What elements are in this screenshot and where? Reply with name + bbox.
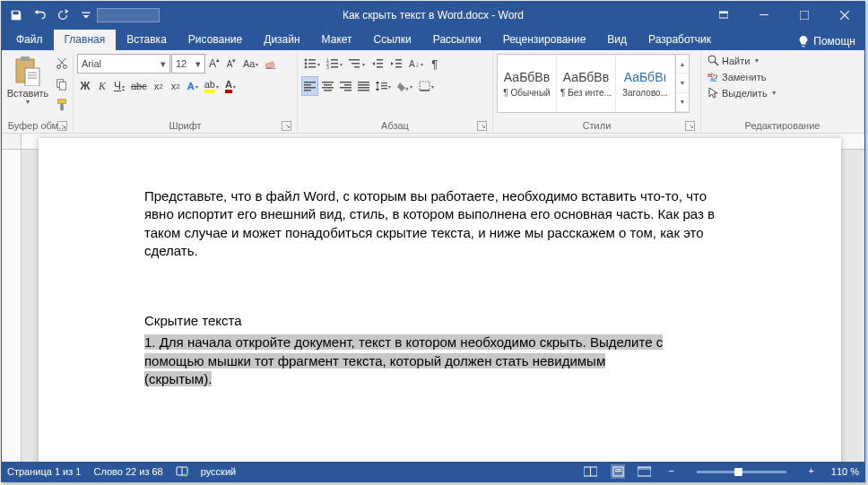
bullets-button[interactable] [301, 54, 323, 74]
brush-icon [56, 99, 68, 111]
underline-button[interactable]: Ч [111, 76, 127, 96]
font-launcher[interactable] [282, 121, 291, 131]
style-no-spacing[interactable]: АаБбВв¶ Без инте... [557, 55, 616, 112]
shading-button[interactable] [395, 76, 415, 96]
tab-home[interactable]: Главная [54, 30, 117, 50]
zoom-slider[interactable] [697, 471, 786, 473]
svg-rect-25 [331, 66, 338, 68]
tab-review[interactable]: Рецензирование [492, 30, 597, 50]
decrease-indent-button[interactable] [369, 54, 386, 74]
sort-button[interactable]: A↓ [406, 54, 426, 74]
tab-view[interactable]: Вид [596, 30, 638, 50]
clear-format-button[interactable] [262, 54, 280, 74]
paste-button[interactable]: Вставить ▼ [5, 54, 50, 107]
line-spacing-button[interactable] [373, 76, 394, 96]
change-case-button[interactable]: Aa [240, 54, 261, 74]
para-launcher[interactable] [477, 121, 487, 131]
view-read-mode[interactable] [584, 464, 598, 479]
save-icon[interactable] [5, 4, 27, 26]
copy-button[interactable] [52, 74, 72, 94]
svg-rect-44 [344, 84, 352, 86]
svg-rect-46 [344, 90, 352, 91]
gallery-expand[interactable]: ▼ [676, 93, 689, 112]
show-marks-button[interactable]: ¶ [427, 54, 443, 74]
view-print-layout[interactable] [611, 464, 625, 479]
svg-rect-66 [638, 467, 651, 470]
tab-file[interactable]: Файл [5, 30, 54, 50]
status-page[interactable]: Страница 1 из 1 [7, 466, 81, 477]
svg-point-54 [406, 88, 409, 91]
zoom-level[interactable]: 110 % [831, 466, 859, 477]
font-color-button[interactable]: A [222, 76, 239, 96]
word-window: Как скрыть текст в Word.docx - Word Файл… [1, 1, 865, 482]
tab-insert[interactable]: Вставка [116, 30, 178, 50]
gallery-down[interactable]: ▼ [676, 74, 689, 92]
tab-mailings[interactable]: Рассылки [422, 30, 492, 50]
body-paragraph[interactable]: Представьте, что в файл Word, с которым … [144, 187, 735, 260]
close-button[interactable] [824, 2, 864, 28]
superscript-button[interactable]: x2 [168, 76, 184, 96]
replace-button[interactable]: abacЗаменить [705, 69, 768, 84]
styles-gallery: АаБбВв¶ Обычный АаБбВв¶ Без инте... АаБб… [497, 54, 690, 113]
find-button[interactable]: Найти▼ [705, 53, 762, 68]
style-heading1[interactable]: АаБбВıЗаголово... [616, 55, 675, 112]
numbering-button[interactable]: 123 [324, 54, 345, 74]
gallery-up[interactable]: ▲ [676, 55, 689, 74]
cut-button[interactable] [52, 54, 72, 74]
document-page[interactable]: Представьте, что в файл Word, с которым … [39, 138, 841, 462]
tab-layout[interactable]: Макет [311, 30, 363, 50]
text-effects-button[interactable]: A [185, 76, 201, 96]
styles-launcher[interactable] [685, 121, 695, 131]
svg-rect-21 [331, 59, 338, 61]
style-normal[interactable]: АаБбВв¶ Обычный [498, 55, 557, 112]
numbered-paragraph[interactable]: 1. Для начала откройте документ, текст в… [144, 333, 735, 388]
shrink-font-button[interactable]: A▾ [223, 54, 239, 74]
clipboard-launcher[interactable] [57, 121, 67, 131]
svg-point-57 [708, 56, 716, 63]
align-left-button[interactable] [301, 76, 318, 96]
align-center-button[interactable] [319, 76, 336, 96]
align-right-button[interactable] [337, 76, 354, 96]
tab-developer[interactable]: Разработчик [638, 30, 722, 50]
tab-design[interactable]: Дизайн [253, 30, 310, 50]
quick-access-toolbar [2, 4, 97, 26]
highlight-button[interactable]: ab [202, 76, 221, 96]
tell-me[interactable]: Помощн [788, 35, 864, 50]
svg-rect-1 [719, 12, 728, 13]
status-language[interactable]: русский [201, 466, 236, 477]
strike-button[interactable]: abc [128, 76, 150, 96]
zoom-in-button[interactable]: + [804, 464, 819, 479]
svg-rect-29 [377, 59, 383, 61]
maximize-button[interactable] [784, 2, 824, 28]
zoom-out-button[interactable]: − [664, 464, 679, 479]
font-size-combo[interactable]: 12▾ [171, 54, 205, 74]
vertical-ruler[interactable] [2, 150, 22, 462]
bold-button[interactable]: Ж [77, 76, 93, 96]
account-indicator[interactable] [97, 8, 160, 22]
view-web-layout[interactable] [638, 464, 652, 479]
status-words[interactable]: Слово 22 из 68 [93, 466, 162, 477]
svg-rect-37 [304, 87, 316, 89]
group-paragraph: 123 A↓ ¶ Абзац [298, 50, 493, 133]
increase-indent-button[interactable] [387, 54, 405, 74]
borders-button[interactable] [416, 76, 437, 96]
heading-text[interactable]: Скрытие текста [144, 312, 735, 330]
justify-button[interactable] [355, 76, 372, 96]
ribbon-display-icon[interactable] [703, 2, 743, 28]
redo-icon[interactable] [52, 4, 74, 26]
svg-rect-52 [381, 85, 387, 86]
select-button[interactable]: Выделить▼ [705, 85, 780, 100]
minimize-button[interactable] [743, 2, 784, 28]
qat-customize-icon[interactable] [75, 4, 97, 26]
subscript-button[interactable]: x2 [151, 76, 167, 96]
tab-draw[interactable]: Рисование [178, 30, 253, 50]
status-spellcheck[interactable] [176, 465, 188, 478]
format-painter-button[interactable] [52, 95, 72, 115]
multilevel-button[interactable] [346, 54, 368, 74]
ruler-corner [2, 134, 22, 150]
undo-icon[interactable] [29, 4, 50, 26]
tab-references[interactable]: Ссылки [363, 30, 422, 50]
italic-button[interactable]: К [94, 76, 110, 96]
font-name-combo[interactable]: Arial▾ [77, 54, 170, 74]
grow-font-button[interactable]: A▴ [206, 54, 222, 74]
